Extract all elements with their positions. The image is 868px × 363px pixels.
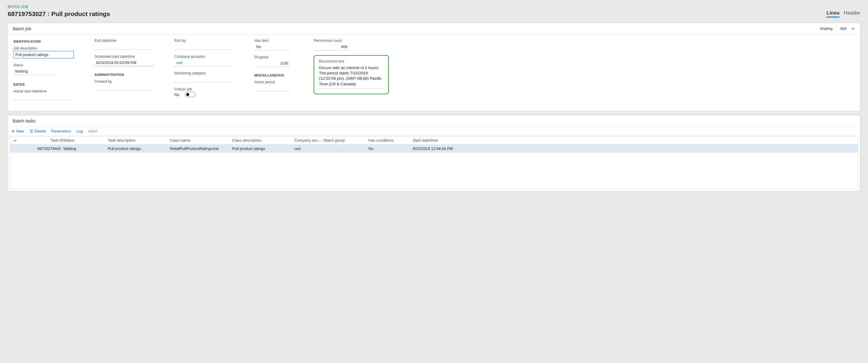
delete-button[interactable]: Delete — [29, 129, 46, 133]
page-title: 68719753027 : Pull product ratings — [8, 10, 110, 18]
trash-icon — [29, 129, 33, 133]
actual-start-label: Actual start date/time — [13, 89, 74, 93]
actual-start-value — [13, 94, 74, 100]
check-icon — [13, 139, 17, 143]
batch-job-count: 469 — [840, 26, 846, 31]
company-accounts-value[interactable]: usrt — [175, 59, 234, 66]
company-accounts-label: Company accounts — [175, 55, 234, 59]
end-date-value — [94, 43, 154, 50]
col-batch-group[interactable]: Batch group — [324, 138, 368, 143]
row-has-conditions: No — [368, 146, 413, 151]
batch-job-status-tag: Waiting — [820, 26, 836, 31]
job-description-label: Job description — [13, 46, 74, 50]
active-period-value — [254, 85, 290, 91]
col-start-date[interactable]: Start date/time — [413, 138, 855, 143]
dates-heading: DATES — [13, 83, 74, 86]
row-company-acc[interactable]: usrt — [294, 146, 324, 151]
critical-job-value: No — [175, 92, 180, 97]
created-by-value — [94, 84, 154, 91]
active-period-label: Active period — [254, 80, 293, 84]
col-company-acc[interactable]: Company acc... — [294, 138, 324, 143]
critical-job-toggle[interactable] — [185, 92, 195, 97]
log-button[interactable]: Log — [76, 129, 83, 133]
col-status[interactable]: Status — [63, 138, 108, 143]
progress-value: 0.00 — [254, 60, 290, 67]
tab-lines[interactable]: Lines — [827, 10, 840, 18]
status-label: Status — [13, 63, 74, 67]
parameters-button[interactable]: Parameters — [51, 129, 71, 133]
has-alert-label: Has alert — [254, 38, 293, 43]
batch-job-card-title: Batch job — [13, 26, 820, 31]
end-date-label: End date/time — [94, 38, 154, 43]
row-task-description: Pull product ratings — [108, 146, 170, 151]
table-row[interactable]: 68720278442 Waiting Pull product ratings… — [10, 145, 858, 153]
breadcrumb[interactable]: BATCH JOB — [8, 5, 860, 9]
critical-job-label: Critical Job — [175, 87, 234, 91]
col-task-id[interactable]: Task ID — [25, 138, 63, 143]
recurrence-text-label: Recurrence text — [319, 59, 383, 63]
col-has-conditions[interactable]: Has conditions — [368, 138, 413, 143]
run-by-value — [175, 43, 234, 50]
col-class-name[interactable]: Class name — [170, 138, 232, 143]
row-start-date: 8/23/2019 12:04:04 PM — [413, 146, 855, 151]
row-class-description: Pull product ratings — [232, 146, 294, 151]
has-alert-value: No — [254, 43, 290, 50]
recurrence-text-value: Occurs with an interval of 2 hours. The … — [319, 65, 383, 89]
miscellaneous-heading: MISCELLANEOUS — [254, 73, 293, 77]
identification-heading: IDENTIFICATION — [13, 40, 74, 43]
job-description-input[interactable] — [13, 51, 74, 58]
recurrence-count-value: 469 — [314, 43, 349, 50]
administration-heading: ADMINISTRATION — [94, 73, 154, 77]
scheduled-start-label: Scheduled start date/time — [94, 55, 154, 59]
run-by-label: Run by — [175, 38, 234, 43]
new-button[interactable]: New — [11, 129, 24, 133]
tab-header[interactable]: Header — [844, 10, 860, 18]
batch-job-card: Batch job Waiting 469 IDENTIFICATION Job… — [8, 23, 860, 112]
abort-button: Abort — [88, 129, 97, 133]
select-all-check[interactable] — [13, 139, 25, 143]
monitoring-value — [175, 76, 234, 82]
col-class-description[interactable]: Class description — [232, 138, 294, 143]
grid-header: Task ID Status Task description Class na… — [10, 136, 858, 145]
row-class-name: RetailPullProductRatingsJob — [170, 146, 232, 151]
col-task-description[interactable]: Task description — [108, 138, 170, 143]
row-task-id: 68720278442 — [25, 146, 63, 151]
status-value: Waiting — [13, 68, 58, 75]
created-by-label: Created by — [94, 80, 154, 84]
recurrence-highlight-box: Recurrence text Occurs with an interval … — [314, 55, 389, 94]
scheduled-start-input[interactable] — [94, 59, 154, 66]
progress-label: Progress — [254, 55, 293, 59]
monitoring-label: Monitoring category — [175, 71, 234, 75]
recurrence-count-label: Recurrence count — [314, 38, 389, 43]
plus-icon — [11, 129, 15, 133]
batch-tasks-card: Batch tasks New Delete Parameters Log Ab… — [8, 115, 860, 191]
batch-tasks-title: Batch tasks — [13, 118, 855, 123]
row-status: Waiting — [63, 146, 108, 151]
chevron-up-icon[interactable] — [851, 27, 855, 31]
